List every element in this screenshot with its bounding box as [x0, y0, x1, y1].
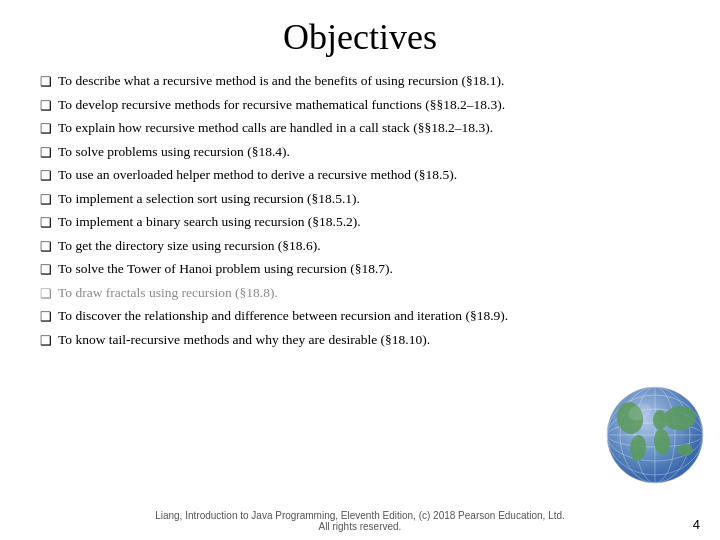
- item-text: To discover the relationship and differe…: [58, 307, 690, 325]
- item-text: To solve problems using recursion (§18.4…: [58, 143, 690, 161]
- bullet-icon: ❑: [40, 144, 58, 162]
- globe-decoration: [600, 380, 710, 490]
- item-text: To use an overloaded helper method to de…: [58, 166, 690, 184]
- list-item: ❑To discover the relationship and differ…: [40, 307, 690, 326]
- item-text: To know tail-recursive methods and why t…: [58, 331, 690, 349]
- list-item: ❑To know tail-recursive methods and why …: [40, 331, 690, 350]
- svg-point-14: [677, 444, 693, 456]
- item-text: To get the directory size using recursio…: [58, 237, 690, 255]
- bullet-icon: ❑: [40, 167, 58, 185]
- list-item: ❑To describe what a recursive method is …: [40, 72, 690, 91]
- footer-text: Liang, Introduction to Java Programming,…: [0, 510, 720, 532]
- bullet-icon: ❑: [40, 285, 58, 303]
- bullet-icon: ❑: [40, 261, 58, 279]
- item-text: To explain how recursive method calls ar…: [58, 119, 690, 137]
- list-item: ❑To solve problems using recursion (§18.…: [40, 143, 690, 162]
- bullet-icon: ❑: [40, 238, 58, 256]
- bullet-icon: ❑: [40, 97, 58, 115]
- bullet-icon: ❑: [40, 73, 58, 91]
- list-item: ❑To develop recursive methods for recurs…: [40, 96, 690, 115]
- list-item: ❑To get the directory size using recursi…: [40, 237, 690, 256]
- bullet-icon: ❑: [40, 308, 58, 326]
- item-text: To solve the Tower of Hanoi problem usin…: [58, 260, 690, 278]
- list-item: ❑To use an overloaded helper method to d…: [40, 166, 690, 185]
- list-item: ❑To explain how recursive method calls a…: [40, 119, 690, 138]
- item-text: To draw fractals using recursion (§18.8)…: [58, 284, 690, 302]
- bullet-icon: ❑: [40, 191, 58, 209]
- item-text: To implement a binary search using recur…: [58, 213, 690, 231]
- item-text: To describe what a recursive method is a…: [58, 72, 690, 90]
- bullet-icon: ❑: [40, 214, 58, 232]
- item-text: To implement a selection sort using recu…: [58, 190, 690, 208]
- list-item: ❑To solve the Tower of Hanoi problem usi…: [40, 260, 690, 279]
- list-item: ❑To implement a binary search using recu…: [40, 213, 690, 232]
- list-item: ❑To draw fractals using recursion (§18.8…: [40, 284, 690, 303]
- slide-title: Objectives: [30, 16, 690, 58]
- page-number: 4: [693, 517, 700, 532]
- item-text: To develop recursive methods for recursi…: [58, 96, 690, 114]
- bullet-icon: ❑: [40, 120, 58, 138]
- slide: Objectives ❑To describe what a recursive…: [0, 0, 720, 540]
- objectives-list: ❑To describe what a recursive method is …: [40, 72, 690, 350]
- bullet-icon: ❑: [40, 332, 58, 350]
- list-item: ❑To implement a selection sort using rec…: [40, 190, 690, 209]
